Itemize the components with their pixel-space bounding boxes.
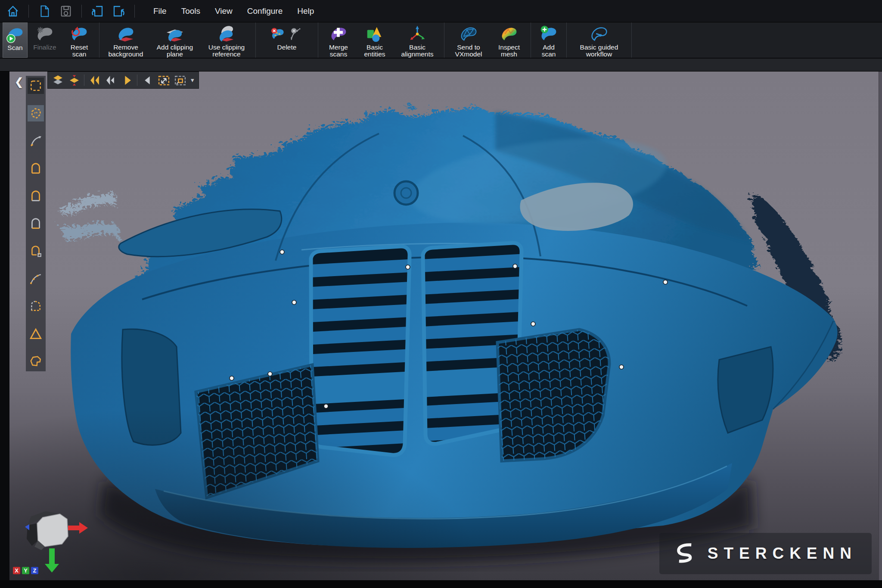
scan-label: Scan <box>7 44 22 51</box>
home-icon[interactable] <box>5 3 21 19</box>
use-clipping-reference-button[interactable]: Use clipping reference <box>200 22 253 58</box>
scan-spray-left <box>55 194 117 238</box>
zoom-extents-icon[interactable] <box>157 74 170 87</box>
freeform-selection-icon[interactable] <box>28 105 44 121</box>
menu-file[interactable]: File <box>146 3 174 19</box>
add-clipping-plane-icon <box>165 24 185 44</box>
menu-configure[interactable]: Configure <box>240 3 290 19</box>
new-document-icon[interactable] <box>37 3 52 19</box>
add-clipping-plane-label: Add clipping <box>157 44 193 51</box>
remove-background-button[interactable]: Remove background <box>102 22 149 58</box>
brush-selection-icon[interactable] <box>28 160 44 177</box>
scan-model-canvas[interactable] <box>9 72 879 580</box>
basic-entities-icon <box>365 24 385 44</box>
application-window: File Tools View Configure Help Scan <box>0 0 882 588</box>
viewport-frame: ❮ <box>0 59 882 588</box>
send-to-vxmodel-button[interactable]: Send to VXmodel <box>447 22 490 58</box>
ribbon-group-scan: Scan Finalize Reset scan <box>0 22 99 58</box>
ribbon-group-transfer: Send to VXmodel Inspect mesh <box>444 22 531 58</box>
ribbon-toolbar: Scan Finalize Reset scan <box>0 22 882 59</box>
inspect-mesh-icon <box>499 24 519 44</box>
basic-guided-workflow-button[interactable]: Basic guided workflow <box>569 22 629 58</box>
basic-entities-button[interactable]: Basic entities <box>356 22 393 58</box>
delete-mesh-icon[interactable] <box>270 26 286 42</box>
z-axis-arrow <box>25 524 29 530</box>
brush-add-selection-icon[interactable] <box>28 188 44 204</box>
ribbon-group-entities: Merge scans Basic entities Basic alignme… <box>318 22 444 58</box>
delete-button-group: Delete <box>258 22 315 58</box>
hood-roundel-badge <box>394 181 418 205</box>
merge-scans-label: Merge <box>329 44 348 51</box>
ribbon-group-workflow: Basic guided workflow <box>567 22 632 58</box>
connected-region-selection-icon[interactable] <box>28 353 44 370</box>
y-axis-arrow <box>45 548 59 572</box>
play-forward-icon[interactable] <box>121 74 134 87</box>
triangle-selection-icon[interactable] <box>28 326 44 342</box>
side-scoop-left <box>122 329 181 445</box>
navigation-cube[interactable] <box>19 504 96 573</box>
inspect-mesh-button[interactable]: Inspect mesh <box>490 22 528 58</box>
basic-guided-workflow-label: Basic guided <box>580 44 618 51</box>
add-scan-label: Add <box>543 44 555 51</box>
finalize-button[interactable]: Finalize <box>28 22 62 58</box>
sterckenn-wordmark: STERCKENN <box>708 544 857 563</box>
zoom-window-icon[interactable] <box>174 74 186 87</box>
collapse-layers-icon[interactable] <box>68 74 81 87</box>
use-clipping-reference-label: Use clipping <box>208 44 245 51</box>
remove-background-label: Remove <box>113 44 138 51</box>
merge-scans-icon <box>329 24 348 44</box>
add-scan-icon <box>539 24 559 44</box>
show-all-layers-icon[interactable] <box>51 74 64 87</box>
use-clipping-reference-icon <box>217 24 236 44</box>
window-bottom-edge <box>0 580 882 588</box>
remove-background-icon <box>116 24 136 44</box>
add-scan-button[interactable]: Add scan <box>534 22 564 58</box>
basic-alignments-icon <box>407 24 427 44</box>
axis-z-label: Z <box>31 567 38 574</box>
menu-view[interactable]: View <box>208 3 240 19</box>
reset-scan-label: Reset <box>71 44 88 51</box>
selection-tool-strip <box>26 76 46 371</box>
basic-guided-workflow-icon <box>589 24 609 44</box>
collapse-panel-chevron[interactable]: ❮ <box>15 76 23 88</box>
ribbon-group-clipping: Remove background Add clipping plane Use… <box>99 22 256 58</box>
viewport-right-edge <box>879 72 882 580</box>
undo-selection-icon[interactable] <box>88 74 101 87</box>
finalize-icon <box>35 24 55 44</box>
scan-button[interactable]: Scan <box>3 22 28 58</box>
redo-selection-icon[interactable] <box>104 74 117 87</box>
brush-subtract-selection-icon[interactable] <box>28 215 44 232</box>
separator <box>28 5 29 18</box>
step-back-icon[interactable] <box>141 74 154 87</box>
finalize-label: Finalize <box>33 44 56 51</box>
viewport-top-strip <box>0 59 882 72</box>
ribbon-group-add-scan: Add scan <box>531 22 567 58</box>
scan-icon <box>5 25 25 44</box>
reset-scan-button[interactable]: Reset scan <box>62 22 96 58</box>
rectangle-selection-icon[interactable] <box>28 78 44 94</box>
redo-icon[interactable] <box>111 3 127 19</box>
3d-viewport[interactable]: ❮ <box>9 72 879 580</box>
add-clipping-plane-button[interactable]: Add clipping plane <box>149 22 200 58</box>
basic-alignments-button[interactable]: Basic alignments <box>393 22 441 58</box>
ribbon-group-delete: Delete <box>256 22 318 58</box>
delete-curve-icon[interactable] <box>288 26 304 42</box>
separator <box>84 75 84 86</box>
menu-tools[interactable]: Tools <box>174 3 208 19</box>
quick-access-toolbar <box>0 3 137 19</box>
brush-handle-selection-icon[interactable] <box>28 243 44 259</box>
undo-icon[interactable] <box>90 3 105 19</box>
more-options-caret-icon[interactable]: ▾ <box>190 76 195 84</box>
dashed-brush-selection-icon[interactable] <box>28 298 44 314</box>
menu-help[interactable]: Help <box>290 3 321 19</box>
reset-scan-icon <box>69 24 89 44</box>
sterckenn-logo-icon <box>674 542 696 565</box>
separator <box>81 5 82 18</box>
delete-label: Delete <box>277 44 297 51</box>
polyline-selection-icon[interactable] <box>28 133 44 149</box>
basic-entities-label: Basic <box>366 44 383 51</box>
spline-selection-icon[interactable] <box>28 271 44 287</box>
brand-watermark: STERCKENN <box>659 533 872 574</box>
merge-scans-button[interactable]: Merge scans <box>321 22 356 58</box>
save-icon[interactable] <box>58 3 74 19</box>
